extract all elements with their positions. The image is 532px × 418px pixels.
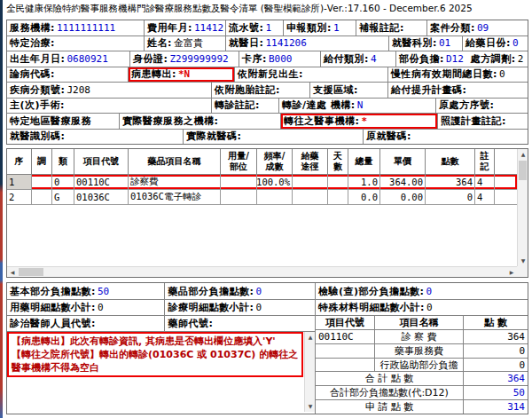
points-name-cell: 合計部分負擔點數(代:D12): [316, 386, 463, 399]
field-label: 特定治療:: [10, 36, 55, 50]
table-cell: [220, 190, 256, 204]
field: 特定治療:: [10, 36, 55, 50]
field-value: 0: [98, 302, 104, 313]
table-cell: [31, 175, 51, 189]
field-value: N: [357, 99, 364, 111]
field-label: 照護計畫註記:: [441, 114, 506, 128]
field-label: 實際就醫碼:: [186, 130, 241, 143]
alert-scroll-down-icon[interactable]: ▼: [305, 401, 316, 412]
table-cell: 00110C: [74, 175, 128, 189]
field-label: 用藥明細點數小計:: [10, 301, 96, 314]
field: 轉診/達處 機構:N: [282, 99, 363, 112]
alert-scroll-up-icon[interactable]: ▲: [305, 332, 316, 343]
field-value: 09: [477, 22, 489, 34]
field: 慢性病有效期間總日數:0: [391, 67, 505, 81]
form-cell: 支援區域:: [309, 83, 387, 98]
summary-cell: 檢驗(查)部分負擔點數:0: [316, 283, 528, 299]
table-cell: 1.0: [348, 175, 379, 189]
summary-rows: 基本部分負擔點數:50藥品部分負擔點數:0用藥明細點數小計:0診療明細點數小計:…: [7, 283, 315, 331]
field-label: 實際醫療服務之機構:: [122, 114, 218, 128]
field-value: *N: [178, 68, 190, 80]
field-label: 服務機構:: [10, 21, 55, 35]
field: 補報註記:: [359, 21, 404, 35]
form-cell: 給付類別:4: [320, 51, 395, 67]
column-header: 調: [31, 149, 51, 174]
form-row-1: 服務機構:1111111111費用年月:11412流水號:1申報類別:1補報註記…: [7, 20, 528, 35]
form-cell: 實際就醫碼:: [183, 130, 363, 145]
field-label: 基本部分負擔點數:: [10, 285, 96, 298]
form-cell: 轉診註記:: [211, 99, 278, 114]
form-row-4: 論病代碼:病患轉出:*N依附新兒出生:慢性病有效期間總日數:0: [7, 67, 528, 83]
column-header: 點數: [425, 149, 474, 174]
form-cell: 論病代碼:: [7, 67, 128, 83]
vertical-scroll-thumb[interactable]: [519, 161, 527, 180]
column-header: 天 數: [327, 149, 348, 174]
table-row[interactable]: 2G01036C01036C電子轉診0.00.0004: [7, 190, 517, 205]
form-cell: 轉診/達處 機構:N: [278, 99, 435, 114]
field: 流水號:1: [229, 21, 271, 35]
field-label: 轉診/達處 機構:: [282, 99, 356, 112]
window-left-edge: [0, 0, 3, 418]
table-cell: 1: [7, 175, 31, 189]
field: 藥品部分負擔點數:0: [168, 285, 262, 298]
points-value-cell: 0: [463, 359, 528, 372]
form-cell: 服務機構:1111111111: [7, 20, 144, 35]
right-summary-row-2: 特殊材料明細點數小計:0: [316, 299, 528, 315]
field: 照護計畫註記:: [441, 114, 506, 128]
field: 實際醫療服務之機構:: [122, 114, 218, 128]
field-label: 轉往之醫事機構:: [284, 114, 359, 128]
field-value: B000: [269, 53, 293, 65]
horizontal-scroll-thumb[interactable]: [19, 268, 43, 276]
points-name-cell: 合 計 點 數: [316, 372, 463, 385]
alert-line: 【轉往之院所代號】轉出的轉診(01036C 或 01037C) 的轉往之醫事機構…: [12, 348, 299, 375]
form-row-7: 特定地區醫療服務實際醫療服務之機構:轉往之醫事機構:*照護計畫註記:: [7, 113, 528, 129]
form-cell: 實際醫療服務之機構:: [119, 114, 280, 129]
points-code-cell: [316, 359, 374, 372]
field-label: 診治醫師人員代號:: [10, 317, 96, 330]
form-cell: 出生年月日:0680921: [7, 51, 129, 67]
points-code-cell: [316, 344, 374, 358]
form-cell: 部份負擔:D12處方調劑:2: [395, 51, 528, 67]
order-table-content: 序調類項目代號藥品項目名稱用量/ 部位頻率/ 成數給藥 途徑天 數總量單價點數註…: [7, 149, 517, 266]
field-value: 0: [255, 302, 262, 313]
table-cell: 4: [474, 190, 494, 204]
field-label: 轉診註記:: [215, 99, 260, 112]
field: 轉往之醫事機構:*: [284, 114, 367, 128]
field-label: 就醫識別碼:: [10, 130, 65, 143]
form-cell: 特定地區醫療服務: [7, 114, 119, 129]
field-label: 論病代碼:: [10, 67, 55, 81]
field-label: 姓名:: [147, 36, 172, 50]
field-value: 1111111111: [57, 22, 115, 34]
column-header: 單價: [379, 149, 425, 174]
field: 實際就醫碼:: [186, 130, 241, 143]
field-label: 藥品部分負擔點數:: [168, 285, 254, 298]
form-cell: 身份證:Z299999992: [129, 51, 239, 67]
scroll-up-icon[interactable]: ▲: [518, 149, 528, 160]
points-column-header: 項目名稱: [374, 316, 463, 329]
table-cell: [292, 190, 327, 204]
table-cell: [327, 190, 348, 204]
field-value: 0: [426, 286, 432, 297]
order-table-vertical-scrollbar[interactable]: ▲ ▼: [517, 149, 528, 266]
form-cell: 原就醫碼:: [363, 130, 528, 145]
scrollbar-corner: [517, 266, 528, 277]
scroll-right-icon[interactable]: ▶: [506, 267, 517, 278]
table-cell-filler: [494, 175, 517, 189]
form-row-3: 出生年月日:0680921身份證:Z299999992卡序:B000給付類別:4…: [7, 51, 528, 67]
field: 病患轉出:*N: [131, 67, 190, 81]
alert-scrollbar[interactable]: ▲ ▼: [304, 332, 315, 412]
scroll-left-icon[interactable]: ◀: [7, 267, 18, 278]
table-row[interactable]: 1000110C診察費100.0%1.0364.003644: [7, 175, 517, 190]
order-table-horizontal-scrollbar[interactable]: ◀ ▶: [7, 266, 517, 277]
column-header: 給藥 途徑: [292, 149, 327, 174]
right-summary-row-1: 檢驗(查)部分負擔點數:0: [316, 283, 528, 299]
field-label: 診療明細點數小計:: [168, 301, 254, 314]
form-row-8: 就醫識別碼:實際就醫碼:原就醫碼:: [7, 129, 528, 145]
scroll-down-icon[interactable]: ▼: [518, 256, 528, 266]
field-label: 支援區域:: [313, 83, 358, 97]
points-value-cell: 364: [463, 330, 528, 343]
form-cell: 轉往之醫事機構:*: [280, 114, 437, 129]
summary-row-3: 診治醫師人員代號:藥師代號:: [7, 315, 315, 331]
field-label: 申報類別:: [286, 21, 332, 35]
field-label: 費用年月:: [147, 21, 192, 35]
